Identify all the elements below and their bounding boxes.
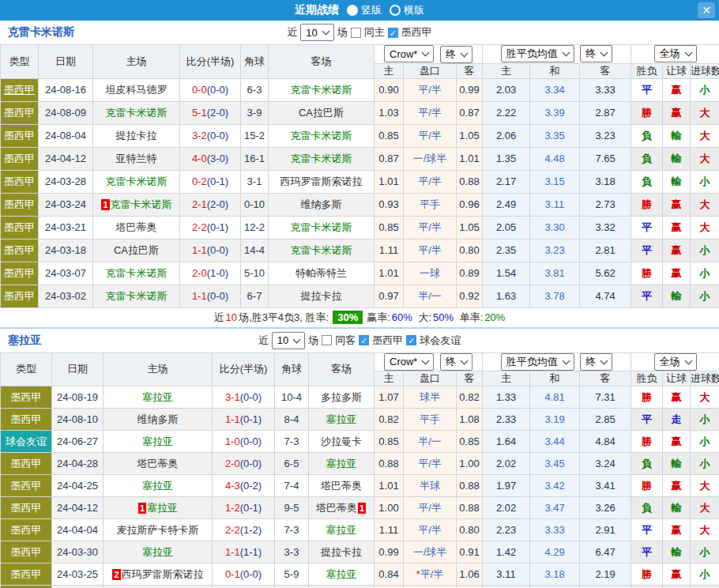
- result-wdl-cell: 負: [631, 586, 663, 588]
- col-avg-away: 客: [580, 371, 631, 386]
- avg-home-cell: 1.63: [483, 285, 530, 307]
- bookmaker-select[interactable]: Crow*: [384, 45, 434, 62]
- result-goals-cell: 大: [691, 586, 719, 588]
- league-mexico-checkbox[interactable]: ✓: [359, 335, 369, 345]
- avg-type-select[interactable]: 胜平负均值: [501, 45, 574, 62]
- league-cell: 墨西甲: [1, 519, 52, 541]
- avg-away-cell: 7.65: [580, 147, 631, 170]
- handicap-cell: *平/半: [404, 564, 457, 586]
- avg-home-cell: 2.23: [483, 519, 530, 541]
- avg-time-select[interactable]: 终: [580, 353, 612, 371]
- rank-badge: 1: [138, 503, 146, 514]
- date-cell: 24-03-25: [52, 564, 104, 586]
- match-row: 墨西甲24-03-252西玛罗雷斯索诺拉0-1(0-0)5-9塞拉亚0.84*平…: [1, 564, 719, 586]
- chevron-down-icon: [562, 356, 570, 364]
- odds-home-cell: 1.00: [375, 497, 404, 519]
- result-wdl-cell: 負: [631, 170, 663, 193]
- avg-home-cell: 2.35: [483, 239, 530, 262]
- avg-home-cell: 2.03: [483, 78, 530, 101]
- same-home-checkbox[interactable]: [351, 28, 361, 38]
- avg-home-cell: 1.33: [483, 386, 530, 409]
- result-wdl-cell: 平: [631, 78, 663, 101]
- handicap-cell: 半/一: [404, 285, 457, 307]
- odds-away-cell: 0.82: [457, 386, 483, 409]
- handicap-cell: 平手: [404, 193, 457, 216]
- col-home: 主场: [93, 45, 180, 79]
- odds-time-select[interactable]: 终: [440, 46, 472, 63]
- odds-away-cell: 0.88: [457, 475, 483, 497]
- avg-away-cell: 4.74: [580, 285, 631, 307]
- league-mexico-label: 墨西甲: [401, 25, 432, 40]
- league-cell: 墨西甲: [1, 262, 39, 285]
- result-wdl-cell: 負: [631, 497, 663, 519]
- match-row: 墨西甲24-03-07克雷卡米诺斯2-0(1-0)5-10特帕蒂特兰1.01一球…: [1, 262, 719, 285]
- avg-home-cell: 1.64: [483, 431, 530, 453]
- league-cell: 墨西甲: [1, 101, 39, 124]
- avg-type-select[interactable]: 胜平负均值: [501, 353, 574, 371]
- chevron-down-icon: [684, 49, 692, 57]
- result-wdl-cell: 平: [631, 239, 663, 262]
- result-handicap-cell: 輸: [663, 124, 691, 147]
- league-friendly-checkbox[interactable]: ✓: [406, 335, 416, 345]
- match-row: 墨西甲24-08-09克雷卡米诺斯5-1(2-0)3-9CA拉巴斯1.03平/半…: [1, 101, 719, 124]
- chevron-down-icon: [293, 335, 301, 343]
- date-cell: 24-03-30: [52, 541, 104, 564]
- odds-home-cell: 1.03: [375, 101, 404, 124]
- away-team-cell: 塞拉亚: [309, 453, 375, 475]
- date-cell: 24-04-12: [39, 147, 93, 170]
- bookmaker-select[interactable]: Crow*: [384, 353, 434, 371]
- away-team-cell: 莫雷利亚竞技: [309, 586, 375, 588]
- scope-select[interactable]: 全场: [654, 45, 697, 62]
- vertical-layout-radio[interactable]: [347, 5, 358, 16]
- avg-draw-cell: 3.15: [530, 170, 580, 193]
- col-away: 客场: [269, 45, 375, 79]
- home-team-cell: 2西玛罗雷斯索诺拉: [104, 564, 213, 586]
- league-cell: 墨西甲: [1, 239, 39, 262]
- result-goals-cell: 大: [691, 101, 719, 124]
- result-wdl-cell: 平: [631, 216, 663, 239]
- games-label: 场: [337, 25, 348, 40]
- result-wdl-cell: 勝: [631, 386, 663, 409]
- col-avg-draw: 和: [530, 63, 580, 78]
- away-team-title: 塞拉亚: [8, 334, 41, 348]
- match-row: 墨西甲24-04-28塔巴蒂奥2-0(0-0)6-5塞拉亚0.88平/半1.00…: [1, 453, 719, 475]
- home-team-cell: 塔巴蒂奥: [104, 453, 213, 475]
- result-handicap-cell: 輸: [663, 170, 691, 193]
- avg-home-cell: 2.02: [483, 497, 530, 519]
- odds-time-select[interactable]: 终: [440, 353, 472, 371]
- date-cell: 24-08-19: [52, 386, 104, 409]
- result-goals-cell: 大: [691, 124, 719, 147]
- handicap-cell: 平手: [404, 409, 457, 431]
- result-goals-cell: 小: [691, 564, 719, 586]
- league-mexico-checkbox[interactable]: ✓: [388, 28, 398, 38]
- corner-cell: 9-5: [275, 497, 309, 519]
- odds-away-cell: 0.89: [457, 262, 483, 285]
- odds-home-cell: 0.85: [375, 216, 404, 239]
- rank-badge: 2: [112, 569, 120, 580]
- home-team-cell: 塞拉亚: [104, 386, 213, 409]
- col-res-handicap: 让球: [663, 63, 691, 78]
- match-count-select[interactable]: 10: [272, 332, 305, 349]
- result-handicap-cell: 赢: [663, 101, 691, 124]
- corner-cell: 7-3: [275, 431, 309, 453]
- corner-cell: 7-3: [275, 519, 309, 541]
- avg-draw-cell: 3.45: [530, 453, 580, 475]
- handicap-cell: 平/半: [404, 78, 457, 101]
- score-cell: 1-2(1-0): [213, 586, 275, 588]
- handicap-cell: 球半: [404, 386, 457, 409]
- scope-select[interactable]: 全场: [654, 353, 697, 371]
- handicap-cell: 一球: [404, 262, 457, 285]
- away-team-cell: 维纳多斯: [269, 193, 375, 216]
- result-goals-cell: 小: [691, 78, 719, 101]
- close-icon[interactable]: ✕: [698, 2, 715, 18]
- horizontal-layout-radio[interactable]: [390, 5, 401, 16]
- match-row: 墨西甲24-03-22塞拉亚1-2(1-0)7-2莫雷利亚竞技0.84半/一1.…: [1, 586, 719, 588]
- avg-away-cell: 2.19: [580, 564, 631, 586]
- same-away-checkbox[interactable]: [322, 335, 332, 345]
- avg-time-select[interactable]: 终: [580, 45, 612, 62]
- match-count-select[interactable]: 10: [300, 24, 333, 41]
- score-cell: 0-0(0-0): [180, 78, 241, 101]
- avg-draw-cell: 3.81: [530, 262, 580, 285]
- result-wdl-cell: 勝: [631, 101, 663, 124]
- corner-cell: 5-10: [241, 262, 269, 285]
